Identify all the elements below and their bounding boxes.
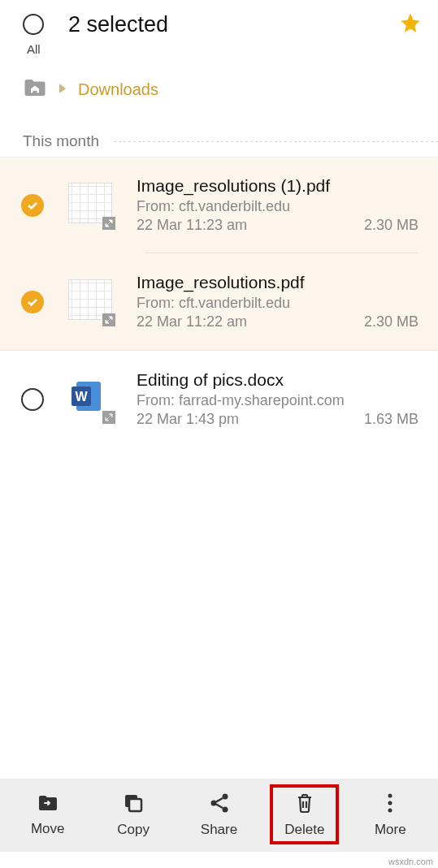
share-label: Share — [201, 822, 237, 838]
thumbnail-badge-icon — [102, 217, 115, 230]
file-name: Editing of pics.docx — [137, 370, 418, 390]
svg-point-9 — [388, 801, 392, 805]
svg-point-10 — [388, 809, 392, 813]
svg-text:W: W — [75, 390, 88, 404]
delete-button[interactable]: Delete — [262, 781, 347, 849]
file-thumbnail: W — [68, 377, 114, 422]
file-thumbnail — [68, 183, 114, 228]
trash-icon — [295, 792, 314, 817]
more-label: More — [375, 822, 406, 838]
home-folder-icon[interactable] — [23, 77, 47, 101]
svg-rect-4 — [129, 799, 141, 811]
file-source: From: cft.vanderbilt.edu — [137, 295, 418, 312]
section-header-label: This month — [23, 132, 99, 150]
file-date: 22 Mar 11:23 am — [137, 217, 247, 234]
selection-count-title: 2 selected — [68, 12, 399, 37]
file-checkbox[interactable] — [21, 291, 44, 313]
select-all-checkbox[interactable] — [23, 14, 44, 35]
file-source: From: farrad-my.sharepoint.com — [137, 392, 418, 409]
share-icon — [209, 792, 230, 817]
move-label: Move — [31, 821, 65, 837]
file-checkbox[interactable] — [21, 388, 44, 411]
move-icon — [37, 793, 59, 816]
thumbnail-badge-icon — [102, 313, 115, 326]
star-icon[interactable] — [399, 11, 422, 37]
file-row[interactable]: Image_resolutions.pdf From: cft.vanderbi… — [0, 253, 438, 350]
breadcrumb-current[interactable]: Downloads — [78, 80, 158, 99]
select-all-label: All — [27, 42, 438, 56]
thumbnail-badge-icon — [102, 411, 115, 424]
file-date: 22 Mar 11:22 am — [137, 313, 247, 330]
file-name: Image_resolutions.pdf — [137, 273, 418, 292]
breadcrumb: Downloads — [0, 56, 438, 108]
copy-button[interactable]: Copy — [90, 784, 176, 846]
share-button[interactable]: Share — [176, 784, 262, 846]
file-name: Image_resolutions (1).pdf — [137, 176, 418, 196]
delete-label: Delete — [284, 822, 324, 838]
file-date: 22 Mar 1:43 pm — [137, 411, 239, 428]
file-checkbox[interactable] — [21, 194, 44, 217]
more-icon — [387, 792, 393, 817]
file-thumbnail — [68, 279, 114, 325]
more-button[interactable]: More — [348, 784, 433, 846]
breadcrumb-separator-icon — [59, 84, 67, 96]
svg-point-6 — [210, 801, 216, 806]
file-size: 1.63 MB — [364, 411, 418, 428]
section-divider — [114, 141, 438, 142]
copy-label: Copy — [117, 822, 150, 838]
bottom-action-bar: Move Copy Share Delete More — [0, 779, 438, 852]
move-button[interactable]: Move — [5, 785, 90, 845]
file-size: 2.30 MB — [364, 313, 418, 330]
file-source: From: cft.vanderbilt.edu — [137, 198, 418, 215]
svg-point-5 — [222, 794, 228, 800]
file-row[interactable]: Image_resolutions (1).pdf From: cft.vand… — [0, 157, 438, 253]
file-size: 2.30 MB — [364, 217, 418, 234]
copy-icon — [123, 792, 144, 817]
file-row[interactable]: W Editing of pics.docx From: farrad-my.s… — [0, 351, 438, 447]
file-list: Image_resolutions (1).pdf From: cft.vand… — [0, 157, 438, 447]
watermark: wsxdn.com — [388, 857, 433, 866]
svg-point-7 — [222, 807, 228, 813]
svg-point-8 — [388, 794, 392, 798]
